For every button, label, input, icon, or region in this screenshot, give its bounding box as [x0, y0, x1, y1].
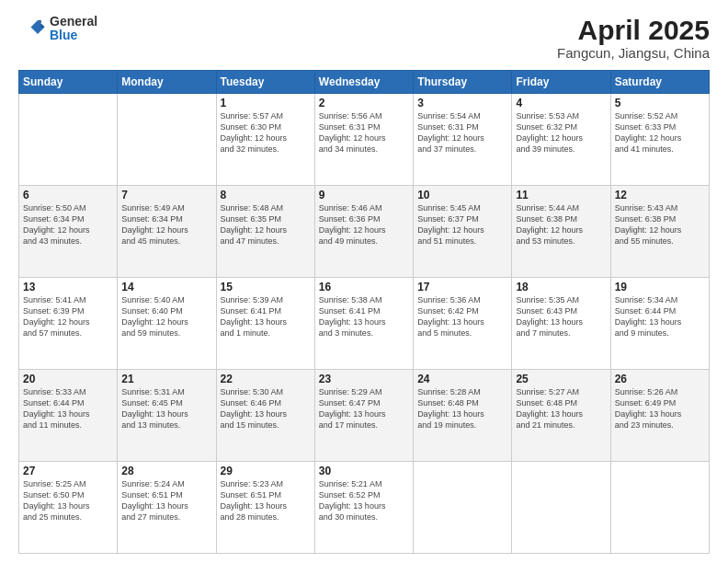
calendar-cell: 12Sunrise: 5:43 AM Sunset: 6:38 PM Dayli…: [610, 186, 709, 278]
day-number: 8: [221, 189, 311, 201]
week-row-4: 20Sunrise: 5:33 AM Sunset: 6:44 PM Dayli…: [19, 370, 710, 462]
logo-blue: Blue: [50, 29, 97, 42]
col-header-sunday: Sunday: [19, 71, 118, 94]
day-info: Sunrise: 5:31 AM Sunset: 6:45 PM Dayligh…: [121, 386, 211, 431]
calendar-table: SundayMondayTuesdayWednesdayThursdayFrid…: [18, 70, 710, 554]
day-number: 13: [23, 281, 113, 293]
day-number: 20: [23, 373, 113, 385]
calendar-cell: 5Sunrise: 5:52 AM Sunset: 6:33 PM Daylig…: [610, 94, 709, 186]
day-info: Sunrise: 5:30 AM Sunset: 6:46 PM Dayligh…: [221, 386, 311, 431]
day-number: 23: [319, 373, 409, 385]
calendar-cell: [512, 462, 610, 554]
day-info: Sunrise: 5:53 AM Sunset: 6:32 PM Dayligh…: [516, 110, 606, 155]
day-info: Sunrise: 5:40 AM Sunset: 6:40 PM Dayligh…: [121, 294, 211, 339]
day-number: 27: [23, 465, 113, 477]
day-number: 2: [319, 97, 409, 109]
day-info: Sunrise: 5:29 AM Sunset: 6:47 PM Dayligh…: [319, 386, 409, 431]
logo-text: General Blue: [50, 15, 97, 43]
calendar-cell: 22Sunrise: 5:30 AM Sunset: 6:46 PM Dayli…: [216, 370, 314, 462]
week-row-3: 13Sunrise: 5:41 AM Sunset: 6:39 PM Dayli…: [19, 278, 710, 370]
calendar-cell: 28Sunrise: 5:24 AM Sunset: 6:51 PM Dayli…: [118, 462, 216, 554]
day-info: Sunrise: 5:27 AM Sunset: 6:48 PM Dayligh…: [516, 386, 606, 431]
calendar-cell: 23Sunrise: 5:29 AM Sunset: 6:47 PM Dayli…: [314, 370, 413, 462]
page-header: General Blue April 2025 Fangcun, Jiangsu…: [18, 15, 710, 61]
calendar-cell: 16Sunrise: 5:38 AM Sunset: 6:41 PM Dayli…: [314, 278, 413, 370]
day-number: 5: [615, 97, 705, 109]
day-number: 28: [121, 465, 211, 477]
title-block: April 2025 Fangcun, Jiangsu, China: [557, 15, 710, 61]
day-number: 18: [516, 281, 606, 293]
logo-icon: [18, 15, 46, 42]
calendar-cell: 18Sunrise: 5:35 AM Sunset: 6:43 PM Dayli…: [512, 278, 610, 370]
col-header-wednesday: Wednesday: [314, 71, 413, 94]
day-number: 12: [615, 189, 705, 201]
calendar-cell: 25Sunrise: 5:27 AM Sunset: 6:48 PM Dayli…: [512, 370, 610, 462]
calendar-cell: 7Sunrise: 5:49 AM Sunset: 6:34 PM Daylig…: [118, 186, 216, 278]
logo-general: General: [50, 15, 97, 29]
calendar-page: General Blue April 2025 Fangcun, Jiangsu…: [0, 0, 728, 563]
day-info: Sunrise: 5:45 AM Sunset: 6:37 PM Dayligh…: [417, 202, 507, 247]
calendar-cell: 17Sunrise: 5:36 AM Sunset: 6:42 PM Dayli…: [414, 278, 512, 370]
day-number: 21: [121, 373, 211, 385]
day-info: Sunrise: 5:34 AM Sunset: 6:44 PM Dayligh…: [615, 294, 705, 339]
day-info: Sunrise: 5:43 AM Sunset: 6:38 PM Dayligh…: [615, 202, 705, 247]
calendar-cell: 2Sunrise: 5:56 AM Sunset: 6:31 PM Daylig…: [314, 94, 413, 186]
day-number: 1: [221, 97, 311, 109]
calendar-cell: 1Sunrise: 5:57 AM Sunset: 6:30 PM Daylig…: [216, 94, 314, 186]
day-number: 16: [319, 281, 409, 293]
col-header-saturday: Saturday: [610, 71, 709, 94]
calendar-cell: 29Sunrise: 5:23 AM Sunset: 6:51 PM Dayli…: [216, 462, 314, 554]
day-number: 4: [516, 97, 606, 109]
calendar-cell: [118, 94, 216, 186]
day-info: Sunrise: 5:28 AM Sunset: 6:48 PM Dayligh…: [417, 386, 507, 431]
day-info: Sunrise: 5:50 AM Sunset: 6:34 PM Dayligh…: [23, 202, 113, 247]
day-number: 22: [221, 373, 311, 385]
day-number: 19: [615, 281, 705, 293]
day-info: Sunrise: 5:52 AM Sunset: 6:33 PM Dayligh…: [615, 110, 705, 155]
day-number: 24: [417, 373, 507, 385]
calendar-cell: 6Sunrise: 5:50 AM Sunset: 6:34 PM Daylig…: [19, 186, 118, 278]
calendar-cell: [19, 94, 118, 186]
day-info: Sunrise: 5:48 AM Sunset: 6:35 PM Dayligh…: [221, 202, 311, 247]
day-info: Sunrise: 5:54 AM Sunset: 6:31 PM Dayligh…: [417, 110, 507, 155]
day-number: 26: [615, 373, 705, 385]
week-row-2: 6Sunrise: 5:50 AM Sunset: 6:34 PM Daylig…: [19, 186, 710, 278]
day-info: Sunrise: 5:38 AM Sunset: 6:41 PM Dayligh…: [319, 294, 409, 339]
day-info: Sunrise: 5:46 AM Sunset: 6:36 PM Dayligh…: [319, 202, 409, 247]
day-info: Sunrise: 5:25 AM Sunset: 6:50 PM Dayligh…: [23, 478, 113, 523]
day-number: 6: [23, 189, 113, 201]
week-row-5: 27Sunrise: 5:25 AM Sunset: 6:50 PM Dayli…: [19, 462, 710, 554]
day-info: Sunrise: 5:49 AM Sunset: 6:34 PM Dayligh…: [121, 202, 211, 247]
week-row-1: 1Sunrise: 5:57 AM Sunset: 6:30 PM Daylig…: [19, 94, 710, 186]
col-header-thursday: Thursday: [414, 71, 512, 94]
day-info: Sunrise: 5:44 AM Sunset: 6:38 PM Dayligh…: [516, 202, 606, 247]
calendar-cell: 8Sunrise: 5:48 AM Sunset: 6:35 PM Daylig…: [216, 186, 314, 278]
calendar-cell: 26Sunrise: 5:26 AM Sunset: 6:49 PM Dayli…: [610, 370, 709, 462]
day-number: 25: [516, 373, 606, 385]
day-number: 15: [221, 281, 311, 293]
day-info: Sunrise: 5:24 AM Sunset: 6:51 PM Dayligh…: [121, 478, 211, 523]
page-title: April 2025: [557, 15, 710, 45]
calendar-cell: 20Sunrise: 5:33 AM Sunset: 6:44 PM Dayli…: [19, 370, 118, 462]
day-number: 10: [417, 189, 507, 201]
calendar-cell: 14Sunrise: 5:40 AM Sunset: 6:40 PM Dayli…: [118, 278, 216, 370]
calendar-cell: 19Sunrise: 5:34 AM Sunset: 6:44 PM Dayli…: [610, 278, 709, 370]
day-number: 11: [516, 189, 606, 201]
day-info: Sunrise: 5:21 AM Sunset: 6:52 PM Dayligh…: [319, 478, 409, 523]
calendar-cell: 15Sunrise: 5:39 AM Sunset: 6:41 PM Dayli…: [216, 278, 314, 370]
day-number: 9: [319, 189, 409, 201]
day-info: Sunrise: 5:23 AM Sunset: 6:51 PM Dayligh…: [221, 478, 311, 523]
calendar-cell: 11Sunrise: 5:44 AM Sunset: 6:38 PM Dayli…: [512, 186, 610, 278]
day-info: Sunrise: 5:26 AM Sunset: 6:49 PM Dayligh…: [615, 386, 705, 431]
calendar-header-row: SundayMondayTuesdayWednesdayThursdayFrid…: [19, 71, 710, 94]
day-info: Sunrise: 5:56 AM Sunset: 6:31 PM Dayligh…: [319, 110, 409, 155]
day-info: Sunrise: 5:41 AM Sunset: 6:39 PM Dayligh…: [23, 294, 113, 339]
col-header-tuesday: Tuesday: [216, 71, 314, 94]
calendar-cell: 27Sunrise: 5:25 AM Sunset: 6:50 PM Dayli…: [19, 462, 118, 554]
page-subtitle: Fangcun, Jiangsu, China: [557, 45, 710, 61]
calendar-cell: 10Sunrise: 5:45 AM Sunset: 6:37 PM Dayli…: [414, 186, 512, 278]
day-number: 14: [121, 281, 211, 293]
day-info: Sunrise: 5:36 AM Sunset: 6:42 PM Dayligh…: [417, 294, 507, 339]
calendar-cell: [610, 462, 709, 554]
day-info: Sunrise: 5:57 AM Sunset: 6:30 PM Dayligh…: [221, 110, 311, 155]
